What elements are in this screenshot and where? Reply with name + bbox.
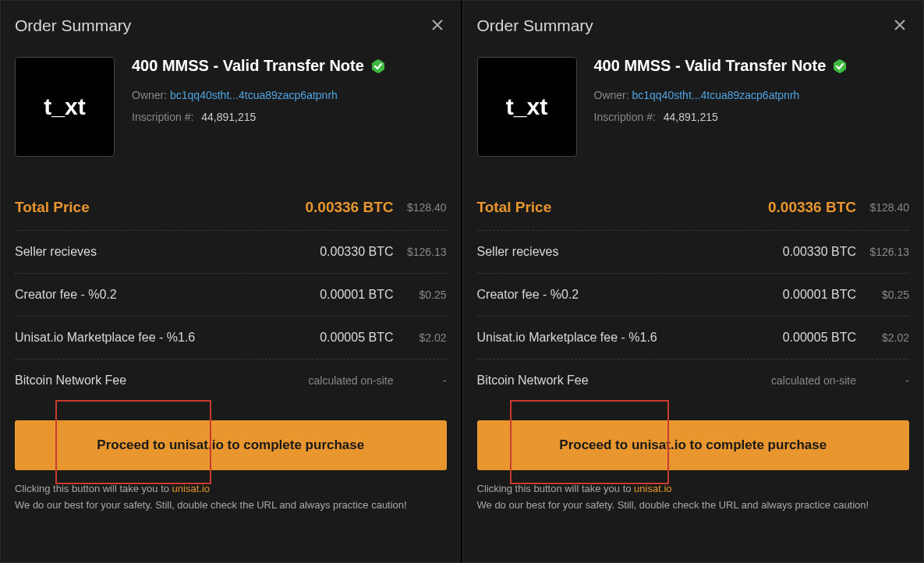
- inscription-number: 44,891,215: [201, 111, 256, 123]
- creator-fee-label: Creator fee - %0.2: [15, 288, 292, 302]
- creator-fee-usd: $0.25: [856, 289, 909, 301]
- network-fee-btc: calculated on-site: [755, 374, 856, 387]
- item-title: 400 MMSS - Valid Transfer Note: [594, 57, 827, 75]
- item-thumbnail: t_xt: [477, 57, 577, 157]
- total-price-usd: $128.40: [394, 201, 447, 214]
- item-thumbnail: t_xt: [15, 57, 115, 157]
- marketplace-fee-btc: 0.00005 BTC: [292, 331, 394, 345]
- owner-label: Owner:: [132, 89, 167, 101]
- close-icon[interactable]: [428, 15, 447, 37]
- inscription-label: Inscription #:: [594, 111, 656, 123]
- svg-marker-1: [834, 59, 846, 73]
- creator-fee-label: Creator fee - %0.2: [477, 288, 756, 302]
- inscription-label: Inscription #:: [132, 111, 193, 123]
- modal-title: Order Summary: [477, 16, 593, 35]
- network-fee-usd: -: [394, 374, 447, 387]
- owner-label: Owner:: [594, 89, 629, 101]
- total-price-btc: 0.00336 BTC: [292, 199, 394, 216]
- seller-receives-label: Seller recieves: [477, 245, 756, 259]
- item-title: 400 MMSS - Valid Transfer Note: [132, 57, 364, 75]
- total-price-label: Total Price: [15, 199, 292, 216]
- proceed-button[interactable]: Proceed to unisat.io to complete purchas…: [15, 420, 447, 470]
- footnote-caution: We do our best for your safety. Still, d…: [15, 499, 407, 511]
- footnote-link[interactable]: unisat.io: [634, 483, 671, 494]
- seller-receives-btc: 0.00330 BTC: [292, 245, 394, 259]
- seller-receives-usd: $126.13: [856, 246, 909, 258]
- creator-fee-usd: $0.25: [394, 289, 447, 301]
- verified-badge-icon: [370, 58, 386, 74]
- owner-address-link[interactable]: bc1qq40stht...4tcua89zacp6atpnrh: [170, 89, 338, 101]
- footnote-text: Clicking this button will take you to: [15, 483, 172, 494]
- marketplace-fee-usd: $2.02: [856, 331, 909, 344]
- owner-address-link[interactable]: bc1qq40stht...4tcua89zacp6atpnrh: [632, 89, 800, 101]
- total-price-label: Total Price: [477, 199, 756, 216]
- proceed-button[interactable]: Proceed to unisat.io to complete purchas…: [477, 420, 910, 470]
- network-fee-label: Bitcoin Network Fee: [477, 374, 756, 388]
- network-fee-usd: -: [856, 374, 909, 387]
- order-summary-panel-right: Order Summary t_xt 400 MMSS - Valid Tran…: [462, 0, 925, 563]
- inscription-number: 44,891,215: [664, 111, 718, 123]
- marketplace-fee-label: Unisat.io Marketplace fee - %1.6: [477, 331, 756, 345]
- total-price-usd: $128.40: [856, 201, 909, 214]
- footnote-link[interactable]: unisat.io: [172, 483, 210, 494]
- marketplace-fee-btc: 0.00005 BTC: [755, 331, 856, 345]
- footnote-caution: We do our best for your safety. Still, d…: [477, 499, 869, 511]
- footnote-text: Clicking this button will take you to: [477, 483, 635, 494]
- creator-fee-btc: 0.00001 BTC: [292, 288, 394, 302]
- network-fee-btc: calculated on-site: [292, 374, 394, 387]
- close-icon[interactable]: [890, 15, 909, 37]
- marketplace-fee-usd: $2.02: [394, 331, 447, 344]
- modal-title: Order Summary: [15, 16, 131, 35]
- creator-fee-btc: 0.00001 BTC: [755, 288, 856, 302]
- total-price-btc: 0.00336 BTC: [755, 199, 856, 216]
- seller-receives-btc: 0.00330 BTC: [755, 245, 856, 259]
- seller-receives-label: Seller recieves: [15, 245, 292, 259]
- svg-marker-0: [372, 59, 384, 73]
- verified-badge-icon: [832, 58, 848, 74]
- network-fee-label: Bitcoin Network Fee: [15, 374, 292, 388]
- order-summary-panel-left: Order Summary t_xt 400 MMSS - Valid Tran…: [0, 0, 462, 563]
- marketplace-fee-label: Unisat.io Marketplace fee - %1.6: [15, 331, 292, 345]
- seller-receives-usd: $126.13: [394, 246, 447, 258]
